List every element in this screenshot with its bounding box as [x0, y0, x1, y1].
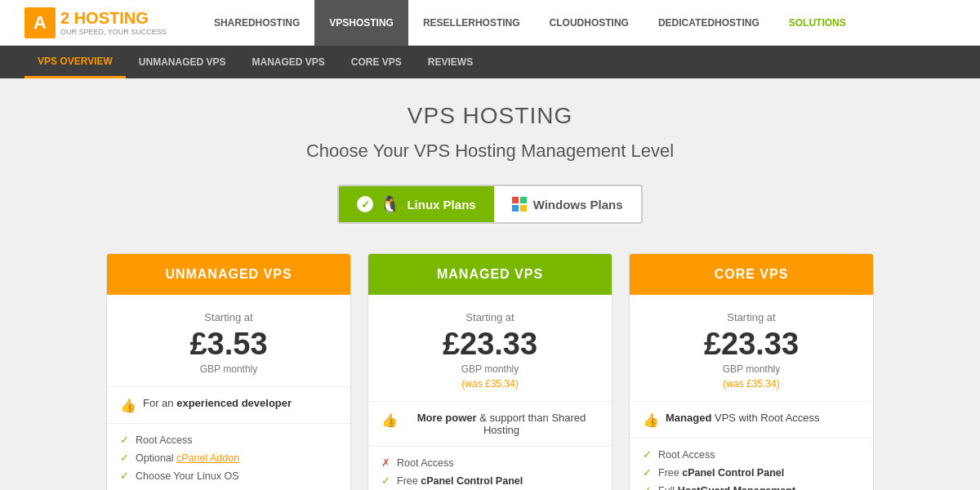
- unmanaged-pricing: Starting at £3.53 GBP monthly: [107, 295, 350, 387]
- subnav-managed[interactable]: MANAGED VPS: [239, 46, 338, 78]
- linux-icon: 🐧: [380, 194, 400, 214]
- page-title: VPS HOSTING: [98, 103, 882, 129]
- main-nav: SHARED HOSTING VPS HOSTING RESELLER HOST…: [199, 0, 861, 46]
- core-period: GBP monthly: [643, 363, 860, 375]
- top-navigation: A 2 HOSTING OUR SPEED, YOUR SUCCESS SHAR…: [0, 0, 980, 46]
- feature-linux-os: ✓ Choose Your Linux OS: [120, 470, 337, 482]
- check-icon: ✓: [357, 196, 373, 212]
- check-icon: ✓: [643, 448, 652, 461]
- plan-toggle: ✓ 🐧 Linux Plans Windows Plans: [337, 185, 642, 224]
- nav-dedicated[interactable]: DEDICATED HOSTING: [644, 0, 774, 46]
- main-content: VPS HOSTING Choose Your VPS Hosting Mana…: [82, 78, 898, 490]
- unmanaged-header: UNMANAGED VPS: [107, 254, 350, 295]
- feature-root-access: ✓ Root Access: [120, 434, 337, 446]
- plans-row: UNMANAGED VPS Starting at £3.53 GBP mont…: [98, 253, 882, 490]
- managed-highlight: 👍 More power & support than Shared Hosti…: [368, 402, 612, 447]
- check-icon: ✓: [120, 434, 129, 446]
- feature-root-access: ✓ Root Access: [643, 448, 860, 461]
- linux-plans-button[interactable]: ✓ 🐧 Linux Plans: [339, 186, 493, 222]
- unmanaged-period: GBP monthly: [120, 363, 337, 375]
- core-header: CORE VPS: [630, 254, 873, 295]
- core-was-price: (was £35.34): [643, 378, 860, 390]
- check-icon: ✓: [120, 470, 129, 482]
- managed-vps-card: MANAGED VPS Starting at £23.33 GBP month…: [368, 253, 612, 490]
- managed-price: £23.33: [381, 327, 599, 362]
- core-vps-card: CORE VPS Starting at £23.33 GBP monthly …: [629, 253, 874, 490]
- managed-pricing: Starting at £23.33 GBP monthly (was £35.…: [368, 295, 612, 402]
- windows-icon: [512, 197, 527, 212]
- linux-label: Linux Plans: [407, 198, 475, 212]
- feature-cpanel: ✓ Free cPanel Control Panel: [643, 466, 860, 479]
- check-icon: ✓: [120, 452, 129, 464]
- core-highlight: 👍 Managed VPS with Root Access: [630, 402, 873, 439]
- subnav-unmanaged[interactable]: UNMANAGED VPS: [126, 46, 239, 78]
- managed-was-price: (was £35.34): [381, 378, 599, 390]
- core-features: ✓ Root Access ✓ Free cPanel Control Pane…: [630, 439, 873, 490]
- check-icon: ✓: [381, 474, 390, 487]
- windows-label: Windows Plans: [533, 198, 623, 212]
- nav-reseller[interactable]: RESELLER HOSTING: [408, 0, 535, 46]
- nav-shared[interactable]: SHARED HOSTING: [199, 0, 314, 46]
- check-icon: ✓: [643, 484, 652, 490]
- nav-solutions[interactable]: SOLUTIONS: [774, 0, 861, 46]
- feature-root-access: ✗ Root Access: [381, 457, 599, 469]
- core-price: £23.33: [643, 327, 860, 362]
- unmanaged-vps-card: UNMANAGED VPS Starting at £3.53 GBP mont…: [106, 253, 351, 490]
- thumbs-up-icon: 👍: [643, 412, 659, 428]
- brand-tagline: OUR SPEED, YOUR SUCCESS: [60, 28, 167, 36]
- unmanaged-price: £3.53: [120, 327, 337, 362]
- feature-cpanel: ✓ Optional cPanel Addon: [120, 452, 337, 464]
- unmanaged-highlight: 👍 For an experienced developer: [107, 387, 350, 424]
- nav-vps[interactable]: VPS HOSTING: [314, 0, 408, 46]
- subnav-reviews[interactable]: REVIEWS: [415, 46, 486, 78]
- managed-period: GBP monthly: [381, 363, 599, 375]
- brand-name: 2 HOSTING: [60, 9, 167, 28]
- core-pricing: Starting at £23.33 GBP monthly (was £35.…: [630, 295, 873, 402]
- feature-hostguard: ✓ Full HostGuard Management: [643, 484, 860, 490]
- starting-at-label: Starting at: [643, 311, 860, 323]
- subnav-core[interactable]: CORE VPS: [338, 46, 415, 78]
- logo-icon: A: [24, 7, 56, 38]
- logo[interactable]: A 2 HOSTING OUR SPEED, YOUR SUCCESS: [24, 7, 167, 38]
- unmanaged-features: ✓ Root Access ✓ Optional cPanel Addon ✓ …: [107, 424, 350, 490]
- starting-at-label: Starting at: [120, 311, 337, 323]
- check-icon: ✓: [643, 466, 652, 479]
- thumbs-up-icon: 👍: [381, 412, 398, 428]
- x-icon: ✗: [381, 457, 390, 469]
- thumbs-up-icon: 👍: [120, 398, 136, 413]
- windows-plans-button[interactable]: Windows Plans: [494, 186, 641, 222]
- page-subtitle: Choose Your VPS Hosting Management Level: [98, 140, 882, 162]
- starting-at-label: Starting at: [381, 311, 599, 323]
- nav-cloud[interactable]: CLOUD HOSTING: [535, 0, 644, 46]
- managed-features: ✗ Root Access ✓ Free cPanel Control Pane…: [368, 447, 612, 490]
- sub-navigation: VPS OVERVIEW UNMANAGED VPS MANAGED VPS C…: [0, 46, 980, 78]
- managed-header: MANAGED VPS: [368, 254, 612, 295]
- feature-cpanel: ✓ Free cPanel Control Panel: [381, 474, 599, 487]
- subnav-overview[interactable]: VPS OVERVIEW: [24, 46, 126, 78]
